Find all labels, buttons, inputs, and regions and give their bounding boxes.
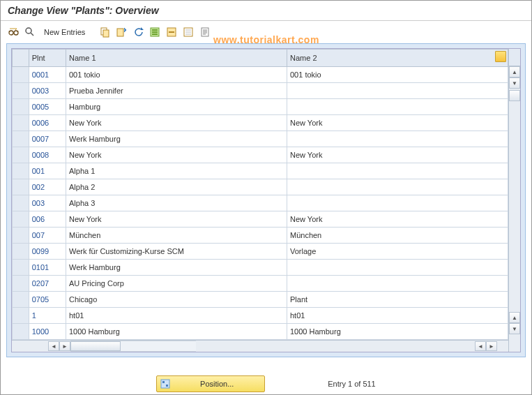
cell-name2[interactable] <box>287 131 508 147</box>
cell-name2[interactable] <box>287 163 508 179</box>
print-button[interactable] <box>198 25 212 39</box>
table-row[interactable]: 001Alpha 1 <box>13 163 508 179</box>
cell-name1[interactable]: Werk für Customizing-Kurse SCM <box>66 244 287 260</box>
row-selector[interactable] <box>13 179 29 195</box>
table-row[interactable]: 0007Werk Hamburg <box>13 131 508 147</box>
select-block-button[interactable] <box>165 25 178 39</box>
table-row[interactable]: 0005Hamburg <box>13 99 508 115</box>
table-row[interactable]: 0705ChicagoPlant <box>13 292 508 308</box>
cell-plnt[interactable]: 007 <box>29 228 66 244</box>
undo-button[interactable] <box>131 25 145 39</box>
cell-name1[interactable]: Hamburg <box>66 99 287 115</box>
row-selector[interactable] <box>13 308 29 324</box>
cell-name1[interactable]: Alpha 1 <box>66 163 287 179</box>
hscroll-track-left[interactable] <box>70 341 196 352</box>
row-selector[interactable] <box>13 163 29 179</box>
hscroll-thumb[interactable] <box>70 341 121 351</box>
vscroll-thumb[interactable] <box>509 90 520 101</box>
cell-plnt[interactable]: 0207 <box>29 276 66 292</box>
cell-name1[interactable]: Prueba Jennifer <box>66 83 287 99</box>
table-row[interactable]: 006New YorkNew York <box>13 211 508 228</box>
cell-plnt[interactable]: 1000 <box>29 324 66 340</box>
table-configure-icon[interactable] <box>495 51 506 62</box>
table-row[interactable]: 0003Prueba Jennifer <box>13 83 508 99</box>
display-change-toggle-button[interactable] <box>6 25 20 39</box>
table-row[interactable]: 0008New YorkNew York <box>13 147 508 163</box>
cell-name2[interactable]: New York <box>287 147 508 163</box>
cell-plnt[interactable]: 0007 <box>29 131 66 147</box>
cell-plnt[interactable]: 0003 <box>29 83 66 99</box>
hscroll-right-button-2[interactable]: ► <box>486 341 497 351</box>
col-header-name1[interactable]: Name 1 <box>66 50 287 67</box>
vscroll-down-button[interactable]: ▼ <box>509 323 520 334</box>
cell-name2[interactable] <box>287 99 508 115</box>
cell-name1[interactable]: 1000 Hamburg <box>66 324 287 340</box>
row-selector[interactable] <box>13 292 29 308</box>
select-all-button[interactable] <box>148 25 162 39</box>
col-header-name2[interactable]: Name 2 <box>287 50 508 67</box>
col-header-plnt[interactable]: Plnt <box>29 50 66 67</box>
deselect-all-button[interactable] <box>181 25 195 39</box>
cell-name2[interactable] <box>287 179 508 195</box>
table-row[interactable]: 007MünchenMünchen <box>13 228 508 244</box>
cell-name1[interactable]: Werk Hamburg <box>66 131 287 147</box>
cell-name2[interactable] <box>287 195 508 211</box>
cell-plnt[interactable]: 0006 <box>29 115 66 131</box>
hscroll-right-button-1[interactable]: ► <box>59 341 70 351</box>
row-selector[interactable] <box>13 99 29 115</box>
row-selector[interactable] <box>13 260 29 276</box>
row-selector[interactable] <box>13 83 29 99</box>
table-row[interactable]: 002Alpha 2 <box>13 179 508 195</box>
row-selector[interactable] <box>13 324 29 340</box>
cell-plnt[interactable]: 0008 <box>29 147 66 163</box>
cell-plnt[interactable]: 0001 <box>29 67 66 83</box>
cell-plnt[interactable]: 001 <box>29 163 66 179</box>
row-selector[interactable] <box>13 131 29 147</box>
cell-plnt[interactable]: 006 <box>29 211 66 228</box>
vscroll-up-button-bottom[interactable]: ▲ <box>509 312 520 323</box>
cell-name1[interactable]: Werk Hamburg <box>66 260 287 276</box>
cell-name2[interactable] <box>287 260 508 276</box>
cell-name2[interactable]: Vorlage <box>287 244 508 260</box>
delete-button[interactable] <box>114 25 128 39</box>
row-selector[interactable] <box>13 276 29 292</box>
cell-plnt[interactable]: 0005 <box>29 99 66 115</box>
cell-name1[interactable]: New York <box>66 115 287 131</box>
cell-name1[interactable]: Alpha 3 <box>66 195 287 211</box>
vscroll-up-button[interactable]: ▲ <box>509 66 520 77</box>
hscroll-left-button-2[interactable]: ◄ <box>475 341 486 351</box>
cell-name1[interactable]: ht01 <box>66 308 287 324</box>
table-row[interactable]: 1ht01ht01 <box>13 308 508 324</box>
cell-name2[interactable]: 001 tokio <box>287 67 508 83</box>
vscroll-down-button-top[interactable]: ▼ <box>509 77 520 89</box>
position-button[interactable]: Position... <box>156 375 265 392</box>
row-selector[interactable] <box>13 211 29 228</box>
cell-name1[interactable]: Alpha 2 <box>66 179 287 195</box>
cell-name2[interactable]: Plant <box>287 292 508 308</box>
cell-name1[interactable]: New York <box>66 211 287 228</box>
cell-name2[interactable]: ht01 <box>287 308 508 324</box>
row-selector[interactable] <box>13 244 29 260</box>
row-selector-header[interactable] <box>13 50 29 67</box>
table-row[interactable]: 003Alpha 3 <box>13 195 508 211</box>
cell-name1[interactable]: 001 tokio <box>66 67 287 83</box>
copy-as-button[interactable] <box>98 25 112 39</box>
cell-plnt[interactable]: 002 <box>29 179 66 195</box>
cell-plnt[interactable]: 0101 <box>29 260 66 276</box>
cell-name2[interactable]: München <box>287 228 508 244</box>
row-selector[interactable] <box>13 115 29 131</box>
cell-name2[interactable] <box>287 83 508 99</box>
table-row[interactable]: 0207AU Pricing Corp <box>13 276 508 292</box>
cell-name2[interactable]: New York <box>287 211 508 228</box>
cell-plnt[interactable]: 003 <box>29 195 66 211</box>
cell-plnt[interactable]: 0099 <box>29 244 66 260</box>
cell-plnt[interactable]: 1 <box>29 308 66 324</box>
row-selector[interactable] <box>13 228 29 244</box>
cell-name2[interactable]: New York <box>287 115 508 131</box>
table-row[interactable]: 10001000 Hamburg1000 Hamburg <box>13 324 508 340</box>
row-selector[interactable] <box>13 195 29 211</box>
new-entries-button[interactable]: New Entries <box>40 27 89 38</box>
table-row[interactable]: 0001001 tokio001 tokio <box>13 67 508 83</box>
cell-name1[interactable]: München <box>66 228 287 244</box>
cell-plnt[interactable]: 0705 <box>29 292 66 308</box>
